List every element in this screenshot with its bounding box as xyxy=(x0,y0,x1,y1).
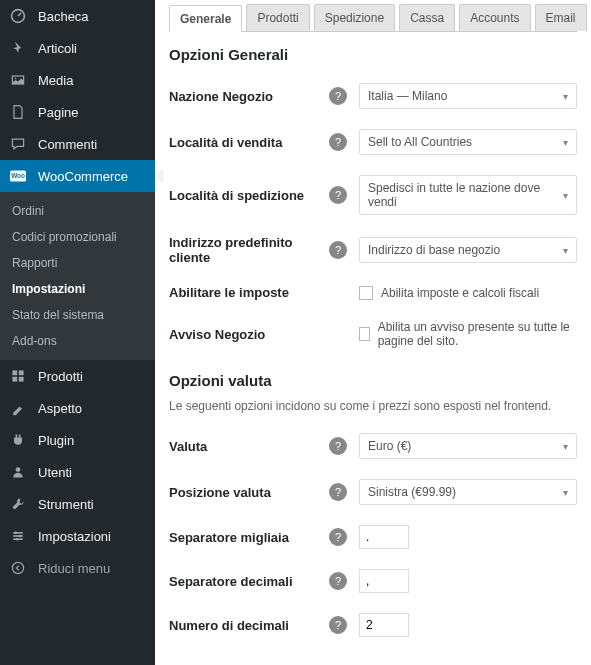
main-content: GeneraleProdottiSpedizioneCassaAccountsE… xyxy=(155,0,591,665)
help-icon[interactable]: ? xyxy=(329,437,347,455)
settings-tabs: GeneraleProdottiSpedizioneCassaAccountsE… xyxy=(169,0,577,32)
svg-rect-8 xyxy=(19,377,24,382)
sidebar-submenu: OrdiniCodici promozionaliRapportiImposta… xyxy=(0,192,155,360)
svg-point-13 xyxy=(14,532,16,534)
label-sell-loc: Località di vendita xyxy=(169,135,329,150)
sidebar-item-prodotti[interactable]: Prodotti xyxy=(0,360,155,392)
tab-cassa[interactable]: Cassa xyxy=(399,4,455,31)
select-currency-pos[interactable]: Sinistra (€99.99) xyxy=(359,479,577,505)
sidebar-item-riduci-menu[interactable]: Riduci menu xyxy=(0,552,155,584)
collapse-icon xyxy=(10,560,30,576)
help-icon[interactable]: ? xyxy=(329,616,347,634)
svg-point-14 xyxy=(19,535,21,537)
help-icon[interactable]: ? xyxy=(329,133,347,151)
media-icon xyxy=(10,72,30,88)
products-icon xyxy=(10,368,30,384)
submenu-item-ordini[interactable]: Ordini xyxy=(0,198,155,224)
tab-spedizione[interactable]: Spedizione xyxy=(314,4,395,31)
appearance-icon xyxy=(10,400,30,416)
tools-icon xyxy=(10,496,30,512)
sidebar-label: WooCommerce xyxy=(38,169,128,184)
sidebar-item-plugin[interactable]: Plugin xyxy=(0,424,155,456)
sidebar-label: Media xyxy=(38,73,73,88)
checkbox-store-notice[interactable] xyxy=(359,327,370,341)
sidebar-label: Prodotti xyxy=(38,369,83,384)
sidebar-label: Aspetto xyxy=(38,401,82,416)
label-dec-sep: Separatore decimali xyxy=(169,574,329,589)
label-enable-tax: Abilitare le imposte xyxy=(169,285,329,300)
help-icon[interactable]: ? xyxy=(329,483,347,501)
svg-rect-5 xyxy=(12,370,17,375)
help-icon[interactable]: ? xyxy=(329,87,347,105)
select-default-addr[interactable]: Indirizzo di base negozio xyxy=(359,237,577,263)
sidebar-label: Strumenti xyxy=(38,497,94,512)
sidebar-item-articoli[interactable]: Articoli xyxy=(0,32,155,64)
help-icon[interactable]: ? xyxy=(329,241,347,259)
sidebar-item-impostazioni[interactable]: Impostazioni xyxy=(0,520,155,552)
help-icon[interactable]: ? xyxy=(329,528,347,546)
svg-point-2 xyxy=(15,78,17,80)
select-shop-country[interactable]: Italia — Milano xyxy=(359,83,577,109)
dashboard-icon xyxy=(10,8,30,24)
sidebar-item-commenti[interactable]: Commenti xyxy=(0,128,155,160)
submenu-item-add-ons[interactable]: Add-ons xyxy=(0,328,155,354)
page-icon xyxy=(10,104,30,120)
label-store-notice: Avviso Negozio xyxy=(169,327,329,342)
submenu-item-stato-del-sistema[interactable]: Stato del sistema xyxy=(0,302,155,328)
label-thou-sep: Separatore migliaia xyxy=(169,530,329,545)
sidebar-label: Utenti xyxy=(38,465,72,480)
sidebar-label: Plugin xyxy=(38,433,74,448)
help-icon[interactable]: ? xyxy=(329,186,347,204)
sidebar-item-pagine[interactable]: Pagine xyxy=(0,96,155,128)
label-num-dec: Numero di decimali xyxy=(169,618,329,633)
tab-accounts[interactable]: Accounts xyxy=(459,4,530,31)
input-thou-sep[interactable] xyxy=(359,525,409,549)
label-ship-loc: Località di spedizione xyxy=(169,188,329,203)
select-ship-loc[interactable]: Spedisci in tutte le nazione dove vendi xyxy=(359,175,577,215)
select-currency[interactable]: Euro (€) xyxy=(359,433,577,459)
comment-icon xyxy=(10,136,30,152)
currency-desc: Le seguenti opzioni incidono su come i p… xyxy=(169,399,577,413)
checkbox-label-enable-tax: Abilita imposte e calcoli fiscali xyxy=(381,286,539,300)
pin-icon xyxy=(10,40,30,56)
svg-point-16 xyxy=(12,562,23,573)
svg-text:Woo: Woo xyxy=(11,172,25,179)
select-sell-loc[interactable]: Sell to All Countries xyxy=(359,129,577,155)
sidebar-label: Impostazioni xyxy=(38,529,111,544)
sidebar-item-woocommerce[interactable]: WooWooCommerce xyxy=(0,160,155,192)
submenu-item-codici-promozionali[interactable]: Codici promozionali xyxy=(0,224,155,250)
label-default-addr: Indirizzo predefinito cliente xyxy=(169,235,329,265)
sidebar-label: Commenti xyxy=(38,137,97,152)
tab-prodotti[interactable]: Prodotti xyxy=(246,4,309,31)
svg-point-15 xyxy=(16,538,18,540)
sidebar-item-strumenti[interactable]: Strumenti xyxy=(0,488,155,520)
sidebar-label: Pagine xyxy=(38,105,78,120)
sidebar-label: Riduci menu xyxy=(38,561,110,576)
sidebar-item-utenti[interactable]: Utenti xyxy=(0,456,155,488)
sidebar-item-bacheca[interactable]: Bacheca xyxy=(0,0,155,32)
svg-rect-6 xyxy=(19,370,24,375)
sidebar-item-media[interactable]: Media xyxy=(0,64,155,96)
sidebar-item-aspetto[interactable]: Aspetto xyxy=(0,392,155,424)
submenu-item-rapporti[interactable]: Rapporti xyxy=(0,250,155,276)
submenu-item-impostazioni[interactable]: Impostazioni xyxy=(0,276,155,302)
section-heading-currency: Opzioni valuta xyxy=(169,372,577,389)
tab-email[interactable]: Email xyxy=(535,4,587,31)
tab-generale[interactable]: Generale xyxy=(169,5,242,32)
sidebar-label: Articoli xyxy=(38,41,77,56)
svg-rect-7 xyxy=(12,377,17,382)
input-num-dec[interactable] xyxy=(359,613,409,637)
label-currency-pos: Posizione valuta xyxy=(169,485,329,500)
plugin-icon xyxy=(10,432,30,448)
admin-sidebar: BachecaArticoliMediaPagineCommentiWooWoo… xyxy=(0,0,155,665)
input-dec-sep[interactable] xyxy=(359,569,409,593)
sidebar-label: Bacheca xyxy=(38,9,89,24)
label-currency: Valuta xyxy=(169,439,329,454)
checkbox-enable-tax[interactable] xyxy=(359,286,373,300)
help-icon[interactable]: ? xyxy=(329,572,347,590)
checkbox-label-store-notice: Abilita un avviso presente su tutte le p… xyxy=(378,320,577,348)
section-heading-general: Opzioni Generali xyxy=(169,46,577,63)
users-icon xyxy=(10,464,30,480)
settings-icon xyxy=(10,528,30,544)
svg-point-9 xyxy=(16,467,21,472)
